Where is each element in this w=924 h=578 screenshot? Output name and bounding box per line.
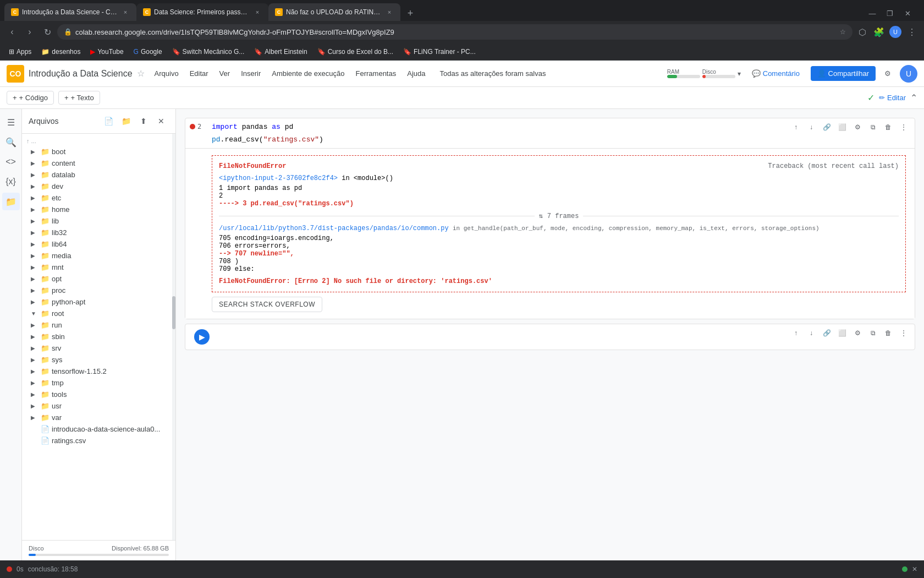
tab-3[interactable]: C Não faz o UPLOAD do RATINGS.... ×: [268, 3, 400, 21]
new-tab-button[interactable]: +: [403, 6, 418, 21]
user-avatar[interactable]: U: [900, 65, 917, 83]
sidebar-code-icon[interactable]: <>: [2, 153, 20, 171]
collapse-icon[interactable]: ⌃: [910, 92, 917, 103]
new-file-icon[interactable]: 📄: [101, 113, 116, 129]
file-item-tools[interactable]: ▶ 📁 tools: [22, 389, 175, 400]
file-item-root[interactable]: ▼ 📁 root: [22, 308, 175, 319]
menu-inserir[interactable]: Inserir: [235, 61, 266, 87]
search-stackoverflow-button[interactable]: SEARCH STACK OVERFLOW: [212, 297, 322, 312]
empty-cell-down-icon[interactable]: ↓: [805, 326, 818, 340]
file-item-proc[interactable]: ▶ 📁 proc: [22, 285, 175, 296]
file-item-lib32[interactable]: ▶ 📁 lib32: [22, 227, 175, 238]
sidebar-files-icon[interactable]: 📁: [2, 193, 20, 210]
cell-expand-icon[interactable]: ⬜: [835, 121, 849, 134]
file-item-opt[interactable]: ▶ 📁 opt: [22, 273, 175, 285]
forward-button[interactable]: ›: [22, 24, 37, 40]
sidebar-variable-icon[interactable]: {x}: [2, 173, 20, 190]
file-item-usr[interactable]: ▶ 📁 usr: [22, 400, 175, 412]
tab-3-close[interactable]: ×: [385, 8, 394, 17]
file-item-tensorflow[interactable]: ▶ 📁 tensorflow-1.15.2: [22, 366, 175, 377]
file-item-tmp[interactable]: ▶ 📁 tmp: [22, 377, 175, 389]
upload-icon[interactable]: ⬆: [136, 113, 151, 129]
file-item-run[interactable]: ▶ 📁 run: [22, 319, 175, 331]
file-item-python-apt[interactable]: ▶ 📁 python-apt: [22, 296, 175, 308]
reload-button[interactable]: ↻: [40, 24, 55, 40]
comment-button[interactable]: 💬 Comentário: [745, 66, 806, 81]
empty-cell-settings-icon[interactable]: ⚙: [851, 326, 864, 340]
file-item-etc[interactable]: ▶ 📁 etc: [22, 192, 175, 204]
star-icon[interactable]: ☆: [137, 68, 145, 79]
traceback-link[interactable]: <ipython-input-2-37602fe8c2f4>: [219, 175, 338, 182]
resource-dropdown-icon[interactable]: ▾: [738, 70, 741, 78]
add-code-button[interactable]: + + Código: [7, 91, 54, 105]
close-sidebar-icon[interactable]: ✕: [153, 113, 169, 129]
add-text-button[interactable]: + + Texto: [58, 91, 100, 105]
bookmark-apps[interactable]: ⊞ Apps: [4, 47, 36, 57]
menu-ver[interactable]: Ver: [214, 61, 236, 87]
file-item-media[interactable]: ▶ 📁 media: [22, 250, 175, 261]
file-item-notebook[interactable]: 📄 introducao-a-data-science-aula0...: [22, 423, 175, 435]
new-folder-icon[interactable]: 📁: [118, 113, 134, 129]
more-options-icon[interactable]: ⋮: [904, 24, 920, 40]
close-status-icon[interactable]: ✕: [912, 565, 917, 573]
cell-settings-icon[interactable]: ⚙: [851, 121, 864, 134]
bookmark-switch[interactable]: 🔖 Switch Mecânico G...: [168, 47, 249, 57]
cast-icon[interactable]: ⬡: [855, 24, 870, 40]
settings-icon[interactable]: ⚙: [880, 66, 895, 81]
share-button[interactable]: 👤 Compartilhar: [811, 66, 876, 81]
bookmark-fling[interactable]: 🔖 FLiNG Trainer - PC...: [399, 47, 480, 57]
file-item-sys[interactable]: ▶ 📁 sys: [22, 354, 175, 366]
menu-ambiente[interactable]: Ambiente de execução: [266, 61, 350, 87]
menu-editar[interactable]: Editar: [184, 61, 214, 87]
file-item-datalab[interactable]: ▶ 📁 datalab: [22, 169, 175, 181]
cell-delete-icon[interactable]: 🗑: [882, 121, 895, 134]
tab-2[interactable]: C Data Science: Primeiros passos: ... ×: [136, 3, 268, 21]
file-item-lib[interactable]: ▶ 📁 lib: [22, 215, 175, 227]
file-item-home[interactable]: ▶ 📁 home: [22, 204, 175, 215]
menu-ferramentas[interactable]: Ferramentas: [350, 61, 402, 87]
window-minimize[interactable]: —: [865, 6, 880, 21]
profile-icon[interactable]: U: [888, 24, 903, 40]
address-bar[interactable]: 🔒 colab.research.google.com/drive/1IsTQP…: [57, 24, 853, 40]
file-item-sbin[interactable]: ▶ 📁 sbin: [22, 331, 175, 342]
empty-cell-more-icon[interactable]: ⋮: [897, 326, 910, 340]
file-item-dev[interactable]: ▶ 📁 dev: [22, 181, 175, 192]
bookmark-einstein[interactable]: 🔖 Albert Einstein: [250, 47, 311, 57]
bookmark-excel[interactable]: 🔖 Curso de Excel do B...: [313, 47, 398, 57]
tab-2-close[interactable]: ×: [253, 8, 262, 17]
sidebar-menu-icon[interactable]: ☰: [2, 113, 20, 131]
menu-arquivo[interactable]: Arquivo: [149, 61, 184, 87]
cell-copy-icon[interactable]: ⧉: [866, 121, 879, 134]
file-item-boot[interactable]: ▶ 📁 boot: [22, 146, 175, 157]
cell-move-down-icon[interactable]: ↓: [805, 121, 818, 134]
tab-1[interactable]: C Introdução a Data Science - Cola... ×: [4, 3, 136, 21]
file-item-var[interactable]: ▶ 📁 var: [22, 412, 175, 423]
file-item-content[interactable]: ▶ 📁 content: [22, 157, 175, 169]
empty-cell-delete-icon[interactable]: 🗑: [882, 326, 895, 340]
empty-cell-copy-icon[interactable]: ⧉: [866, 326, 879, 340]
file-path-link[interactable]: /usr/local/lib/python3.7/dist-packages/p…: [219, 225, 449, 232]
edit-button[interactable]: ✏ Editar: [879, 94, 906, 102]
cell-more-icon[interactable]: ⋮: [897, 121, 910, 134]
cell-link-icon[interactable]: 🔗: [820, 121, 833, 134]
back-button[interactable]: ‹: [4, 24, 20, 40]
bookmark-star-icon[interactable]: ☆: [840, 28, 846, 36]
file-item-lib64[interactable]: ▶ 📁 lib64: [22, 238, 175, 250]
file-item-srv[interactable]: ▶ 📁 srv: [22, 342, 175, 354]
file-item-ratings[interactable]: 📄 ratings.csv: [22, 435, 175, 446]
sidebar-scrollbar[interactable]: [172, 134, 175, 540]
window-close[interactable]: ✕: [900, 6, 915, 21]
empty-cell-up-icon[interactable]: ↑: [789, 326, 802, 340]
file-item-mnt[interactable]: ▶ 📁 mnt: [22, 261, 175, 273]
bookmark-youtube[interactable]: ▶ YouTube: [86, 47, 128, 57]
empty-cell-run-button[interactable]: ▶: [194, 329, 210, 345]
sidebar-search-icon[interactable]: 🔍: [2, 133, 20, 151]
menu-ajuda[interactable]: Ajuda: [402, 61, 431, 87]
empty-cell-expand-icon[interactable]: ⬜: [835, 326, 849, 340]
cell-move-up-icon[interactable]: ↑: [789, 121, 802, 134]
tab-1-close[interactable]: ×: [121, 8, 130, 17]
bookmark-google[interactable]: G Google: [129, 47, 167, 57]
empty-cell-link-icon[interactable]: 🔗: [820, 326, 833, 340]
window-maximize[interactable]: ❐: [882, 6, 898, 21]
extensions-icon[interactable]: 🧩: [871, 24, 887, 40]
